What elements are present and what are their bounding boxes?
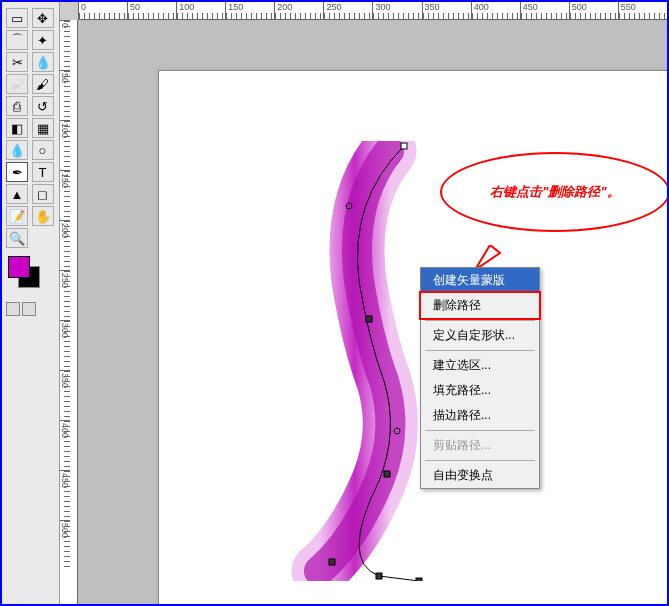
brush-tool[interactable]: 🖌 — [32, 74, 54, 94]
crop-tool[interactable]: ✂ — [6, 52, 28, 72]
menu-item-stroke-path[interactable]: 描边路径... — [421, 403, 539, 428]
marquee-tool[interactable]: ▭ — [6, 8, 28, 28]
vertical-ruler: 0 50 100 150 200 250 300 350 400 450 500 — [60, 20, 78, 604]
ruler-tick: 450 — [60, 470, 70, 520]
callout-bubble: 右键点击"删除路径"。 — [440, 152, 667, 232]
menu-item-delete-path[interactable]: 删除路径 — [419, 291, 541, 320]
ruler-tick: 500 — [60, 520, 70, 570]
eraser-tool[interactable]: ◧ — [6, 118, 28, 138]
workspace: 0 50 100 150 200 250 300 350 400 450 500… — [60, 2, 667, 604]
toolbox: ▭ ✥ ⌒ ✦ ✂ 💧 🩹 🖌 ⎙ ↺ ◧ ▦ 💧 ○ ✒ T ▲ ◻ 📝 ✋ — [2, 2, 60, 604]
menu-separator — [425, 460, 535, 461]
ruler-tick: 350 — [60, 370, 70, 420]
context-menu: 创建矢量蒙版 删除路径 定义自定形状... 建立选区... 填充路径... 描边… — [420, 267, 540, 489]
dodge-tool[interactable]: ○ — [32, 140, 54, 160]
quickmask-mode-button[interactable] — [22, 302, 36, 316]
ruler-tick: 450 — [520, 2, 569, 19]
canvas[interactable] — [158, 70, 667, 604]
standard-mode-button[interactable] — [6, 302, 20, 316]
ruler-tick: 100 — [60, 120, 70, 170]
hand-tool[interactable]: ✋ — [32, 206, 54, 226]
menu-item-create-vector-mask[interactable]: 创建矢量蒙版 — [421, 268, 539, 293]
foreground-color-swatch[interactable] — [8, 256, 30, 278]
main-area: ▭ ✥ ⌒ ✦ ✂ 💧 🩹 🖌 ⎙ ↺ ◧ ▦ 💧 ○ ✒ T ▲ ◻ 📝 ✋ — [2, 2, 667, 604]
ruler-tick: 200 — [274, 2, 323, 19]
stamp-tool[interactable]: ⎙ — [6, 96, 28, 116]
app-window: ▭ ✥ ⌒ ✦ ✂ 💧 🩹 🖌 ⎙ ↺ ◧ ▦ 💧 ○ ✒ T ▲ ◻ 📝 ✋ — [0, 0, 669, 606]
ruler-tick: 0 — [78, 2, 127, 19]
menu-item-make-selection[interactable]: 建立选区... — [421, 353, 539, 378]
history-brush-tool[interactable]: ↺ — [32, 96, 54, 116]
ruler-tick: 500 — [569, 2, 618, 19]
ruler-tick: 250 — [323, 2, 372, 19]
menu-item-free-transform[interactable]: 自由变换点 — [421, 463, 539, 488]
ruler-tick: 100 — [176, 2, 225, 19]
ruler-tick: 300 — [60, 320, 70, 370]
ruler-tick: 0 — [60, 20, 70, 70]
ruler-tick: 350 — [422, 2, 471, 19]
healing-tool[interactable]: 🩹 — [6, 74, 28, 94]
color-swatches — [6, 256, 55, 292]
ruler-tick: 300 — [372, 2, 421, 19]
ruler-tick: 50 — [60, 70, 70, 120]
menu-separator — [425, 350, 535, 351]
annotation-callout: 右键点击"删除路径"。 — [440, 152, 667, 232]
ruler-tick: 250 — [60, 270, 70, 320]
menu-item-fill-path[interactable]: 填充路径... — [421, 378, 539, 403]
lasso-tool[interactable]: ⌒ — [6, 30, 28, 50]
svg-rect-0 — [401, 143, 407, 149]
pen-tool[interactable]: ✒ — [6, 162, 28, 182]
ruler-tick: 150 — [225, 2, 274, 19]
type-tool[interactable]: T — [32, 162, 54, 182]
svg-rect-2 — [384, 471, 390, 477]
menu-item-clipping-path[interactable]: 剪贴路径... — [421, 433, 539, 458]
menu-separator — [425, 320, 535, 321]
tool-grid: ▭ ✥ ⌒ ✦ ✂ 💧 🩹 🖌 ⎙ ↺ ◧ ▦ 💧 ○ ✒ T ▲ ◻ 📝 ✋ — [6, 8, 55, 248]
svg-rect-1 — [366, 316, 372, 322]
mode-buttons — [6, 302, 55, 316]
ruler-tick: 200 — [60, 220, 70, 270]
gradient-tool[interactable]: ▦ — [32, 118, 54, 138]
zoom-tool[interactable]: 🔍 — [6, 228, 28, 248]
svg-rect-5 — [416, 578, 422, 581]
ruler-tick: 150 — [60, 170, 70, 220]
move-tool[interactable]: ✥ — [32, 8, 54, 28]
horizontal-ruler: 0 50 100 150 200 250 300 350 400 450 500… — [78, 2, 667, 20]
menu-separator — [425, 430, 535, 431]
ruler-tick: 400 — [471, 2, 520, 19]
ruler-tick: 50 — [127, 2, 176, 19]
callout-text: 右键点击"删除路径"。 — [490, 183, 619, 201]
eyedropper-tool[interactable]: 💧 — [32, 52, 54, 72]
magic-wand-tool[interactable]: ✦ — [32, 30, 54, 50]
ruler-tick: 550 — [618, 2, 667, 19]
blur-tool[interactable]: 💧 — [6, 140, 28, 160]
menu-item-define-shape[interactable]: 定义自定形状... — [421, 323, 539, 348]
svg-rect-4 — [376, 573, 382, 579]
ruler-tick: 400 — [60, 420, 70, 470]
path-select-tool[interactable]: ▲ — [6, 184, 28, 204]
svg-rect-3 — [329, 559, 335, 565]
canvas-background — [78, 20, 667, 604]
notes-tool[interactable]: 📝 — [6, 206, 28, 226]
shape-tool[interactable]: ◻ — [32, 184, 54, 204]
